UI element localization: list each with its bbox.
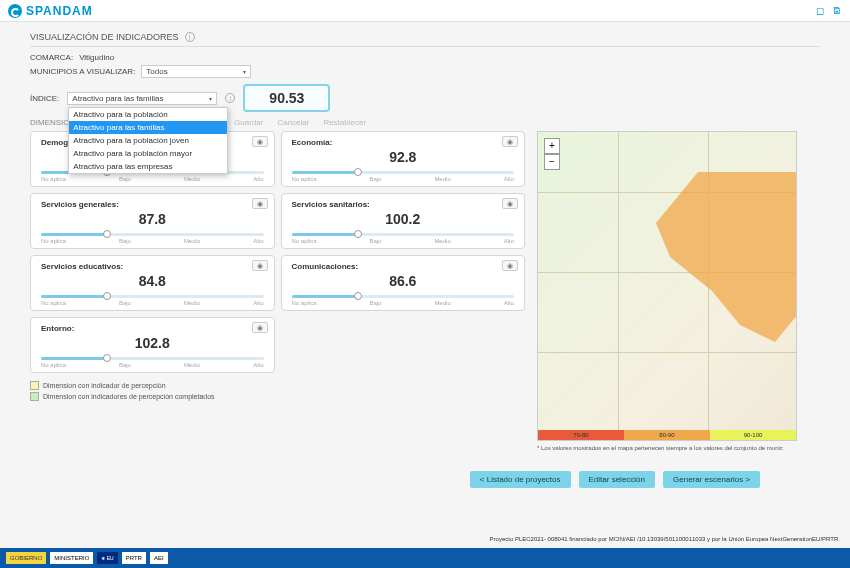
footer-logo-min: MINISTERIO xyxy=(50,552,93,564)
card-value: 84.8 xyxy=(41,273,264,289)
eye-icon[interactable]: ◉ xyxy=(252,198,268,209)
dimension-card: ◉Entorno:102.8No aplicaBajoMedioAlto xyxy=(30,317,275,373)
footer-logo-gob: GOBIERNO xyxy=(6,552,46,564)
topbar: SPANDAM ◻ 🗎 xyxy=(0,0,850,22)
indice-option[interactable]: Atractivo para la población xyxy=(69,108,227,121)
edit-button[interactable]: Editar selección xyxy=(579,471,655,488)
eye-icon[interactable]: ◉ xyxy=(252,322,268,333)
indice-label: ÍNDICE: xyxy=(30,94,59,103)
card-title: Entorno: xyxy=(41,324,264,333)
map-region-highlight xyxy=(656,172,796,342)
zoom-out-button[interactable]: − xyxy=(544,154,560,170)
map-range-low: 70-80 xyxy=(538,430,624,440)
chevron-down-icon: ▾ xyxy=(243,68,246,75)
municipios-select[interactable]: Todos ▾ xyxy=(141,65,251,78)
eye-icon[interactable]: ◉ xyxy=(502,198,518,209)
action-buttons: < Listado de proyectos Editar selección … xyxy=(410,471,820,488)
legend-swatch-yellow xyxy=(30,381,39,390)
eye-icon[interactable]: ◉ xyxy=(502,136,518,147)
indice-option[interactable]: Atractivo para las empresas xyxy=(69,160,227,173)
map-range-high: 90-100 xyxy=(710,430,796,440)
card-value: 87.8 xyxy=(41,211,264,227)
footer-logo-prtr: PRTR xyxy=(122,552,146,564)
dimension-card: ◉Comunicaciones:86.6No aplicaBajoMedioAl… xyxy=(281,255,526,311)
slider-labels: No aplicaBajoMedioAlto xyxy=(41,176,264,182)
slider[interactable] xyxy=(41,295,264,298)
legend: Dimension con indicador de percepción Di… xyxy=(30,381,525,401)
indice-value: Atractivo para las familias xyxy=(72,94,163,103)
slider-labels: No aplicaBajoMedioAlto xyxy=(41,238,264,244)
window-icon[interactable]: ◻ xyxy=(816,5,824,16)
comarca-label: COMARCA: xyxy=(30,53,73,62)
scenarios-button[interactable]: Generar escenarios > xyxy=(663,471,760,488)
indice-option[interactable]: Atractivo para la población mayor xyxy=(69,147,227,160)
card-value: 92.8 xyxy=(292,149,515,165)
indice-option[interactable]: Atractivo para la población joven xyxy=(69,134,227,147)
dimension-card: ◉Servicios educativos:84.8No aplicaBajoM… xyxy=(30,255,275,311)
footer-credit: Proyecto PLEC2021- 008041 financiado por… xyxy=(490,536,840,542)
indice-select[interactable]: Atractivo para las familias ▾ Atractivo … xyxy=(67,92,217,105)
footer-logo-eu: ★ EU xyxy=(97,552,117,564)
slider[interactable] xyxy=(292,233,515,236)
card-title: Servicios generales: xyxy=(41,200,264,209)
cancel-button[interactable]: Cancelar xyxy=(277,118,309,127)
brand: SPANDAM xyxy=(8,4,93,18)
topbar-actions: ◻ 🗎 xyxy=(816,5,842,16)
slider[interactable] xyxy=(292,295,515,298)
legend-swatch-green xyxy=(30,392,39,401)
municipios-label: MUNICIPIOS A VISUALIZAR: xyxy=(30,67,135,76)
dimension-card: ◉Servicios generales:87.8No aplicaBajoMe… xyxy=(30,193,275,249)
map-column: + − 70-80 80-90 90-100 * Los valores mos… xyxy=(537,131,820,451)
card-title: Economía: xyxy=(292,138,515,147)
info-icon[interactable]: i xyxy=(225,93,235,103)
map-range-mid: 80-90 xyxy=(624,430,710,440)
index-score: 90.53 xyxy=(243,84,330,112)
filters: COMARCA: Vitigudino MUNICIPIOS A VISUALI… xyxy=(30,53,820,127)
card-title: Servicios sanitarios: xyxy=(292,200,515,209)
slider[interactable] xyxy=(292,171,515,174)
eye-icon[interactable]: ◉ xyxy=(252,260,268,271)
legend-partial: Dimension con indicador de percepción xyxy=(43,382,166,389)
slider-labels: No aplicaBajoMedioAlto xyxy=(41,300,264,306)
info-icon[interactable]: i xyxy=(185,32,195,42)
section-title: VISUALIZACIÓN DE INDICADORES xyxy=(30,32,179,42)
map-note: * Los valores mostrados en el mapa perte… xyxy=(537,445,820,451)
map[interactable]: + − 70-80 80-90 90-100 xyxy=(537,131,797,441)
eye-icon[interactable]: ◉ xyxy=(252,136,268,147)
slider-labels: No aplicaBajoMedioAlto xyxy=(41,362,264,368)
comarca-value: Vitigudino xyxy=(79,53,114,62)
slider-labels: No aplicaBajoMedioAlto xyxy=(292,300,515,306)
chevron-down-icon: ▾ xyxy=(209,95,212,102)
brand-logo-icon xyxy=(8,4,22,18)
card-value: 86.6 xyxy=(292,273,515,289)
footer-bar: GOBIERNO MINISTERIO ★ EU PRTR AEI xyxy=(0,548,850,568)
card-value: 102.8 xyxy=(41,335,264,351)
slider[interactable] xyxy=(41,357,264,360)
projects-button[interactable]: < Listado de proyectos xyxy=(470,471,571,488)
card-title: Servicios educativos: xyxy=(41,262,264,271)
reset-button[interactable]: Restablecer xyxy=(323,118,366,127)
dimension-card: ◉Economía:92.8No aplicaBajoMedioAlto xyxy=(281,131,526,187)
slider[interactable] xyxy=(41,233,264,236)
municipios-value: Todos xyxy=(146,67,167,76)
indice-option[interactable]: Atractivo para las familias xyxy=(69,121,227,134)
brand-text: SPANDAM xyxy=(26,4,93,18)
slider-labels: No aplicaBajoMedioAlto xyxy=(292,238,515,244)
section-title-row: VISUALIZACIÓN DE INDICADORES i xyxy=(30,28,820,47)
slider-labels: No aplicaBajoMedioAlto xyxy=(292,176,515,182)
card-title: Comunicaciones: xyxy=(292,262,515,271)
footer-logo-aei: AEI xyxy=(150,552,168,564)
eye-icon[interactable]: ◉ xyxy=(502,260,518,271)
dimension-card: ◉Servicios sanitarios:100.2No aplicaBajo… xyxy=(281,193,526,249)
map-legend-bar: 70-80 80-90 90-100 xyxy=(538,430,796,440)
legend-complete: Dimension con indicadores de percepción … xyxy=(43,393,215,400)
save-button[interactable]: Guardar xyxy=(234,118,263,127)
zoom-in-button[interactable]: + xyxy=(544,138,560,154)
card-value: 100.2 xyxy=(292,211,515,227)
indice-dropdown: Atractivo para la población Atractivo pa… xyxy=(68,107,228,174)
document-icon[interactable]: 🗎 xyxy=(832,5,842,16)
